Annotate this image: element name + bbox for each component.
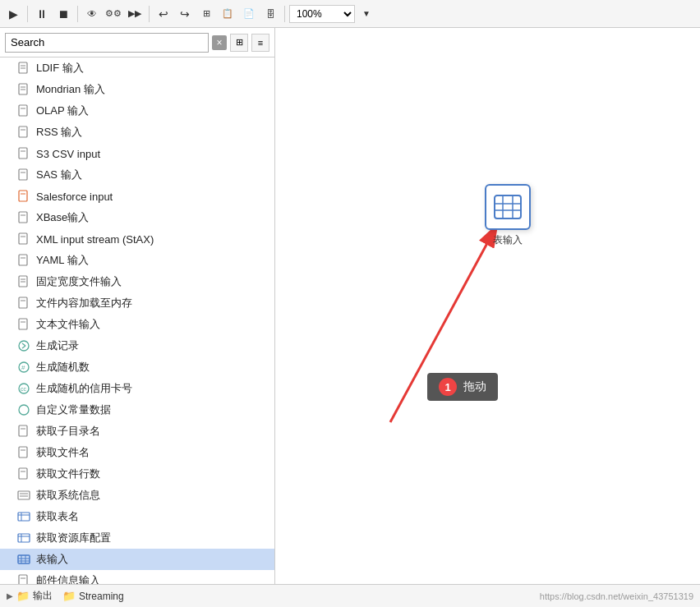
- mailinput-icon: [16, 573, 31, 584]
- svg-rect-41: [19, 468, 27, 479]
- search-layout-button-1[interactable]: ⊞: [230, 34, 248, 52]
- fixedwidth-label: 固定宽度文件输入: [36, 274, 122, 289]
- getfilerows-icon: [16, 467, 31, 481]
- fileload-icon: [16, 296, 31, 310]
- list-item-customconst[interactable]: 自定义常量数据: [0, 399, 274, 421]
- list-item-genrecords[interactable]: 生成记录: [0, 335, 274, 356]
- output-expand-icon: ▶: [7, 591, 13, 600]
- rss-icon: [16, 125, 31, 140]
- undo-button[interactable]: ↩: [154, 4, 173, 24]
- svg-point-29: [19, 341, 29, 351]
- list-item-mailinput[interactable]: 邮件信息输入: [0, 570, 274, 584]
- search-clear-button[interactable]: ×: [212, 35, 227, 50]
- list-item-getdirname[interactable]: 获取子目录名: [0, 421, 274, 442]
- list-item-genrandom[interactable]: # 生成随机数: [0, 356, 274, 378]
- align-button[interactable]: ⊞: [196, 4, 216, 24]
- list-item-getdbconfig[interactable]: 获取资源库配置: [0, 527, 274, 549]
- svg-rect-57: [19, 575, 27, 584]
- redo-button[interactable]: ↪: [175, 4, 195, 24]
- tableinput-label: 表输入: [36, 552, 68, 567]
- svg-rect-6: [19, 105, 27, 116]
- getsysinfo-icon: [16, 488, 31, 503]
- mondrian-icon: [16, 82, 31, 97]
- list-item-yaml[interactable]: YAML 输入: [0, 250, 274, 271]
- main-area: × ⊞ ≡ LDIF 输入 Mondrian 输入: [0, 28, 700, 584]
- list-item-fixedwidth[interactable]: 固定宽度文件输入: [0, 271, 274, 292]
- debug-button[interactable]: ⚙⚙: [104, 4, 123, 24]
- search-bar: × ⊞ ≡: [0, 28, 274, 57]
- svg-rect-39: [19, 447, 27, 458]
- list-item-xmlstream[interactable]: XML input stream (StAX): [0, 228, 274, 250]
- yaml-label: YAML 输入: [36, 253, 89, 268]
- bottom-bar: ▶ 📁 输出 📁 Streaming https://blog.csdn.net…: [0, 584, 700, 607]
- tableinput-icon: [16, 552, 31, 567]
- separator-2: [77, 6, 78, 22]
- list-item-gettablenames[interactable]: 获取表名: [0, 506, 274, 527]
- list-item-getfilename[interactable]: 获取文件名: [0, 442, 274, 463]
- getfilename-icon: [16, 445, 31, 460]
- canvas-area[interactable]: 表输入 1 拖动: [275, 28, 700, 584]
- svg-rect-25: [19, 297, 27, 308]
- streaming-bottom-label: Streaming: [79, 591, 124, 602]
- output-folder-bottom-icon: 📁: [16, 590, 30, 602]
- list-item-salesforce[interactable]: Salesforce input: [0, 186, 274, 207]
- list-item-textfile[interactable]: 文本文件输入: [0, 314, 274, 335]
- pause-button[interactable]: ⏸: [32, 4, 52, 24]
- sidebar: × ⊞ ≡ LDIF 输入 Mondrian 输入: [0, 28, 275, 584]
- zoom-select[interactable]: 50% 75% 100% 125% 150% 200%: [289, 5, 355, 23]
- run-button[interactable]: ▶: [3, 4, 23, 24]
- mondrian-label: Mondrian 输入: [36, 82, 105, 97]
- canvas-node-tableinput[interactable]: 表输入: [485, 184, 531, 247]
- svg-rect-20: [19, 255, 27, 265]
- node-label: 表输入: [493, 233, 523, 247]
- xmlstream-label: XML input stream (StAX): [36, 233, 154, 246]
- gettablenames-label: 获取表名: [36, 509, 79, 524]
- separator-3: [149, 6, 150, 22]
- getfilerows-label: 获取文件行数: [36, 467, 100, 481]
- getdbconfig-icon: [16, 531, 31, 545]
- genrandom-label: 生成随机数: [36, 360, 90, 375]
- list-item-genrandomcc[interactable]: cc 生成随机的信用卡号: [0, 378, 274, 399]
- fileload-label: 文件内容加载至内存: [36, 296, 132, 310]
- list-item-rss[interactable]: RSS 输入: [0, 122, 274, 143]
- svg-point-36: [19, 405, 29, 415]
- paste-button[interactable]: 📄: [239, 4, 259, 24]
- svg-rect-43: [18, 491, 30, 499]
- list-item-getfilerows[interactable]: 获取文件行数: [0, 463, 274, 485]
- step-button[interactable]: ▶▶: [125, 4, 145, 24]
- search-layout-button-2[interactable]: ≡: [251, 34, 269, 52]
- xbase-icon: [16, 210, 31, 225]
- preview-button[interactable]: 👁: [82, 4, 102, 24]
- list-item-olap[interactable]: OLAP 输入: [0, 100, 274, 122]
- bottom-output-item[interactable]: ▶ 📁 输出: [7, 589, 53, 603]
- list-item-getsysinfo[interactable]: 获取系统信息: [0, 485, 274, 506]
- list-item-sas[interactable]: SAS 输入: [0, 164, 274, 186]
- customconst-icon: [16, 402, 31, 417]
- db-button[interactable]: 🗄: [260, 4, 280, 24]
- genrecords-label: 生成记录: [36, 338, 79, 353]
- svg-rect-46: [18, 513, 30, 521]
- list-item-fileload[interactable]: 文件内容加载至内存: [0, 292, 274, 314]
- olap-label: OLAP 输入: [36, 103, 89, 118]
- svg-rect-49: [18, 534, 30, 542]
- getdirname-icon: [16, 424, 31, 439]
- svg-rect-10: [19, 148, 27, 159]
- svg-line-31: [22, 346, 25, 348]
- svg-rect-12: [19, 169, 27, 180]
- list-item-s3csv[interactable]: S3 CSV input: [0, 143, 274, 164]
- svg-rect-52: [18, 555, 30, 563]
- svg-line-30: [22, 343, 25, 346]
- salesforce-label: Salesforce input: [36, 191, 113, 203]
- stop-button[interactable]: ⏹: [53, 4, 73, 24]
- search-input[interactable]: [5, 33, 209, 53]
- toolbar: ▶ ⏸ ⏹ 👁 ⚙⚙ ▶▶ ↩ ↪ ⊞ 📋 📄 🗄 50% 75% 100% 1…: [0, 0, 700, 28]
- list-item-tableinput[interactable]: 表输入: [0, 549, 274, 570]
- bottom-streaming-item[interactable]: 📁 Streaming: [62, 590, 124, 602]
- svg-rect-14: [19, 191, 27, 201]
- list-item-ldif[interactable]: LDIF 输入: [0, 57, 274, 79]
- list-item-mondrian[interactable]: Mondrian 输入: [0, 79, 274, 100]
- copy-button[interactable]: 📋: [218, 4, 237, 24]
- svg-rect-18: [19, 233, 27, 244]
- list-item-xbase[interactable]: XBase输入: [0, 207, 274, 228]
- zoom-dropdown-button[interactable]: ▼: [357, 4, 376, 24]
